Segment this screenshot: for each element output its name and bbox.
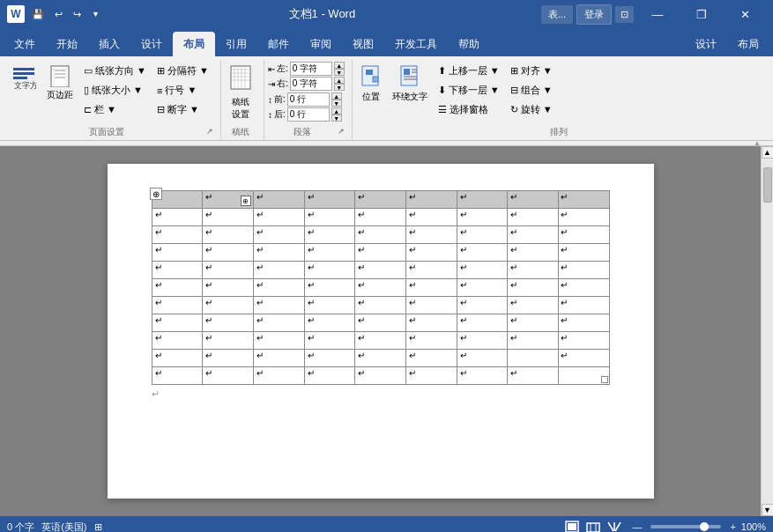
table-resize-handle[interactable] [601,376,608,383]
table-cell[interactable]: ↵ [253,297,304,314]
table-cell[interactable] [559,367,609,385]
table-cell[interactable]: ↵ [152,332,203,350]
zoom-thumb[interactable] [700,522,709,531]
table-cell[interactable]: ↵ [355,262,406,279]
table-cell[interactable]: ↵ [559,191,609,209]
tab-view[interactable]: 视图 [342,32,384,56]
table-cell[interactable]: ↵ ⊕ [203,191,254,209]
spacing-before-up[interactable]: ▲ [331,92,342,100]
table-cell[interactable]: ↵ [457,226,508,244]
table-cell[interactable]: ↵ [406,332,457,350]
tab-design[interactable]: 设计 [130,32,173,56]
table-cell[interactable]: ↵ [457,297,508,314]
minimize-btn[interactable]: — [637,0,678,28]
indent-left-down[interactable]: ▼ [334,69,345,76]
table-cell[interactable]: ↵ [559,209,609,226]
table-cell[interactable]: ↵ [304,209,355,226]
table-cell[interactable]: ↵ [559,279,609,297]
paragraph-expander[interactable]: ↗ [338,127,345,136]
table-cell[interactable]: ↵ [406,314,457,332]
table-cell[interactable]: ↵ [355,244,406,262]
table-cell[interactable]: ↵ [355,332,406,350]
scroll-thumb[interactable] [763,167,772,203]
table-cell[interactable]: ↵ [406,279,457,297]
table-cell[interactable]: ↵ [355,350,406,367]
table-cell[interactable]: ↵ [304,262,355,279]
table-cell[interactable]: ↵ [253,226,304,244]
table-cell[interactable]: ↵ [559,297,609,314]
spacing-before-input[interactable] [287,92,330,107]
full-screen-btn[interactable]: ⊡ [615,6,634,23]
tab-insert[interactable]: 插入 [88,32,130,56]
customize-quick-btn[interactable]: ▼ [88,8,103,20]
line-numbers-btn[interactable]: ≡ 行号 ▼ [152,81,213,100]
table-cell[interactable]: ↵ [203,332,254,350]
table-cell[interactable]: ↵ [508,314,559,332]
table-cell[interactable]: ↵ [457,244,508,262]
table-cell[interactable]: ↵ [355,226,406,244]
tab-help[interactable]: 帮助 [448,32,490,56]
table-cell[interactable]: ↵ [203,209,254,226]
table-cell[interactable]: ↵ [406,244,457,262]
table-cell[interactable]: ↵ [203,314,254,332]
spacing-before-down[interactable]: ▼ [331,100,342,107]
table-cell[interactable]: ↵ [559,262,609,279]
table-cell[interactable]: ↵ [203,279,254,297]
table-cell[interactable]: ↵ [406,297,457,314]
table-cell[interactable]: ↵ [508,297,559,314]
table-cell[interactable]: ↵ [253,209,304,226]
table-cell[interactable]: ↵ [253,262,304,279]
tab-table-design[interactable]: 设计 [685,32,727,56]
select-pane-btn[interactable]: ☰ 选择窗格 [434,100,504,119]
table-cell[interactable]: ↵ [508,226,559,244]
table-cell[interactable]: ↵ [304,367,355,385]
orientation-btn[interactable]: ▭ 纸张方向 ▼ [79,62,151,80]
scroll-down-btn[interactable]: ▼ [762,504,774,516]
table-cell[interactable]: ↵ [508,191,559,209]
table-cell[interactable]: ↵ [457,191,508,209]
table-cell[interactable]: ↵ [152,262,203,279]
tab-references[interactable]: 引用 [215,32,257,56]
table-cell[interactable]: ↵ [152,279,203,297]
scroll-up-btn[interactable]: ▲ [762,146,774,159]
table-cell[interactable]: ↵ [253,279,304,297]
table-cell[interactable]: ↵ [304,191,355,209]
table-cell[interactable]: ↵ [355,209,406,226]
table-cell[interactable]: ↵ [152,244,203,262]
indent-left-up[interactable]: ▲ [334,62,345,69]
zoom-in-btn[interactable]: + [728,521,737,532]
table-cell[interactable]: ↵ [457,209,508,226]
table-cell[interactable]: ↵ [508,244,559,262]
tab-developer[interactable]: 开发工具 [384,32,448,56]
spacing-after-down[interactable]: ▼ [331,115,342,122]
tab-mailings[interactable]: 邮件 [257,32,300,56]
bring-forward-btn[interactable]: ⬆ 上移一层 ▼ [434,62,504,80]
indent-right-down[interactable]: ▼ [334,84,345,91]
table-cell[interactable]: ↵ [152,314,203,332]
table-cell[interactable]: ↵ [304,226,355,244]
paper-size-btn[interactable]: ▯ 纸张大小 ▼ [79,81,151,100]
tab-review[interactable]: 审阅 [300,32,342,56]
undo-quick-btn[interactable]: ↩ [51,7,66,22]
table-cell[interactable]: ↵ [559,314,609,332]
table-cell[interactable]: ↵ [355,297,406,314]
table-cell[interactable]: ↵ [457,314,508,332]
table-cell[interactable]: ↵ [457,350,508,367]
table-cell[interactable]: ↵ [152,350,203,367]
table-cell[interactable]: ↵ [304,332,355,350]
redo-quick-btn[interactable]: ↪ [70,7,85,22]
position-btn[interactable]: 位置 [356,62,386,106]
table-cell[interactable]: ↵ [457,262,508,279]
tab-table-layout[interactable]: 布局 [727,32,769,56]
table-cell[interactable]: ↵ [304,279,355,297]
scroll-track[interactable] [762,159,774,504]
table-cell[interactable]: ↵ [508,262,559,279]
save-quick-btn[interactable]: 💾 [28,7,48,22]
table-cell[interactable]: ↵ [304,244,355,262]
table-cell[interactable]: ↵ [406,209,457,226]
ribbon-toggle-btn[interactable]: 表... [541,5,573,24]
table-cell[interactable]: ↵ [203,262,254,279]
indent-right-input[interactable] [290,77,332,91]
table-cell[interactable]: ↵ [508,367,559,385]
table-cell[interactable]: ↵ [253,350,304,367]
